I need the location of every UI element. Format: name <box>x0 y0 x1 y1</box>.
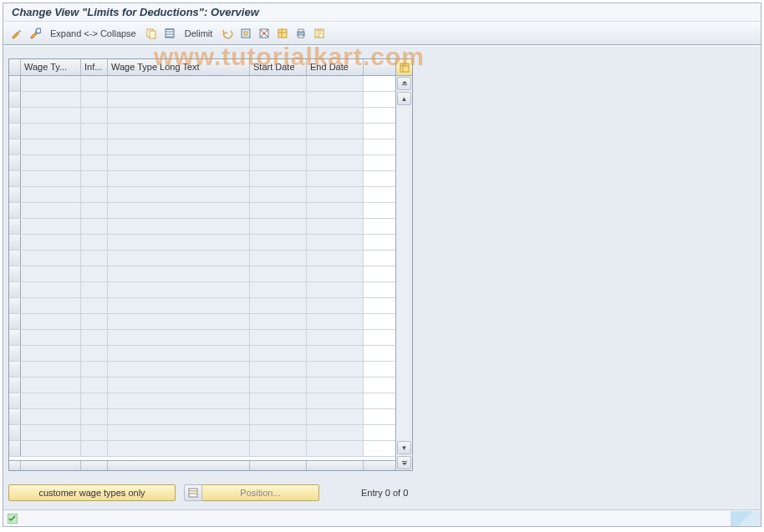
cell-start_date[interactable] <box>250 76 307 91</box>
scroll-down-icon[interactable]: ▼ <box>397 441 411 454</box>
cell-long_text[interactable] <box>108 187 250 202</box>
cell-end_date[interactable] <box>307 393 364 408</box>
cell-end_date[interactable] <box>307 219 364 234</box>
row-selector[interactable] <box>9 425 21 440</box>
cell-start_date[interactable] <box>250 425 307 440</box>
row-selector[interactable] <box>9 346 21 361</box>
expand-collapse-button[interactable]: Expand <-> Collapse <box>45 27 141 40</box>
table-row[interactable] <box>9 298 395 314</box>
cell-end_date[interactable] <box>307 377 364 393</box>
deselect-all-icon[interactable] <box>256 25 272 42</box>
cell-long_text[interactable] <box>108 124 250 139</box>
cell-inf[interactable] <box>81 377 108 393</box>
cell-long_text[interactable] <box>108 92 250 107</box>
row-selector[interactable] <box>9 187 21 202</box>
cell-wage_type[interactable] <box>21 282 81 297</box>
select-all2-icon[interactable] <box>237 25 254 42</box>
cell-wage_type[interactable] <box>21 346 81 361</box>
copy-icon[interactable] <box>143 25 160 42</box>
cell-inf[interactable] <box>81 108 108 123</box>
cell-start_date[interactable] <box>250 92 307 107</box>
table-row[interactable] <box>9 139 395 155</box>
col-wage-type[interactable]: Wage Ty... <box>21 59 81 75</box>
cell-wage_type[interactable] <box>21 171 81 186</box>
cell-inf[interactable] <box>81 155 108 170</box>
cell-long_text[interactable] <box>108 139 250 155</box>
cell-inf[interactable] <box>81 409 108 424</box>
undo-icon[interactable] <box>219 25 236 42</box>
row-selector[interactable] <box>9 203 21 218</box>
cell-start_date[interactable] <box>250 362 307 377</box>
row-selector[interactable] <box>9 171 21 186</box>
scroll-bottom-icon[interactable] <box>397 456 411 469</box>
scroll-track[interactable] <box>396 106 412 440</box>
cell-inf[interactable] <box>81 314 108 329</box>
cell-long_text[interactable] <box>108 377 250 393</box>
table-row[interactable] <box>9 425 395 441</box>
cell-wage_type[interactable] <box>21 219 81 234</box>
cell-inf[interactable] <box>81 139 108 155</box>
cell-long_text[interactable] <box>108 393 250 408</box>
position-icon-button[interactable] <box>184 484 202 501</box>
table-row[interactable] <box>9 266 395 282</box>
cell-end_date[interactable] <box>307 76 364 91</box>
cell-end_date[interactable] <box>307 330 364 345</box>
row-selector[interactable] <box>9 298 21 313</box>
cell-wage_type[interactable] <box>21 235 81 250</box>
table-config-button[interactable] <box>396 59 412 76</box>
cell-long_text[interactable] <box>108 298 250 313</box>
cell-wage_type[interactable] <box>21 377 81 393</box>
row-selector[interactable] <box>9 282 21 297</box>
cell-long_text[interactable] <box>108 346 250 361</box>
table-row[interactable] <box>9 314 395 330</box>
cell-end_date[interactable] <box>307 298 364 313</box>
table-row[interactable] <box>9 108 395 124</box>
cell-long_text[interactable] <box>108 235 250 250</box>
cell-end_date[interactable] <box>307 108 364 123</box>
cell-end_date[interactable] <box>307 92 364 107</box>
select-all-icon[interactable] <box>161 25 178 42</box>
delimit-button[interactable]: Delimit <box>180 27 218 40</box>
cell-wage_type[interactable] <box>21 425 81 440</box>
scroll-top-icon[interactable] <box>397 77 411 90</box>
cell-long_text[interactable] <box>108 409 250 424</box>
cell-long_text[interactable] <box>108 76 250 91</box>
cell-wage_type[interactable] <box>21 203 81 218</box>
cell-long_text[interactable] <box>108 251 250 266</box>
col-long-text[interactable]: Wage Type Long Text <box>108 59 250 75</box>
cell-long_text[interactable] <box>108 219 250 234</box>
other-view-icon[interactable] <box>27 25 43 42</box>
cell-start_date[interactable] <box>250 235 307 250</box>
cell-wage_type[interactable] <box>21 266 81 281</box>
row-selector[interactable] <box>9 76 21 91</box>
cell-end_date[interactable] <box>307 124 364 139</box>
cell-start_date[interactable] <box>250 282 307 297</box>
row-selector[interactable] <box>9 441 21 456</box>
table-row[interactable] <box>9 235 395 251</box>
cell-wage_type[interactable] <box>21 92 81 107</box>
table-row[interactable] <box>9 171 395 187</box>
cell-inf[interactable] <box>81 235 108 250</box>
cell-end_date[interactable] <box>307 409 364 424</box>
table-row[interactable] <box>9 393 395 409</box>
table-row[interactable] <box>9 441 395 457</box>
cell-long_text[interactable] <box>108 441 250 456</box>
cell-end_date[interactable] <box>307 251 364 266</box>
table-row[interactable] <box>9 362 395 377</box>
table-row[interactable] <box>9 346 395 362</box>
cell-end_date[interactable] <box>307 362 364 377</box>
cell-long_text[interactable] <box>108 282 250 297</box>
row-selector[interactable] <box>9 314 21 329</box>
cell-long_text[interactable] <box>108 330 250 345</box>
table-row[interactable] <box>9 203 395 219</box>
cell-inf[interactable] <box>81 425 108 440</box>
cell-inf[interactable] <box>81 251 108 266</box>
change-icon[interactable] <box>8 25 25 42</box>
col-start-date[interactable]: Start Date <box>250 59 307 75</box>
cell-start_date[interactable] <box>250 155 307 170</box>
cell-start_date[interactable] <box>250 409 307 424</box>
cell-wage_type[interactable] <box>21 298 81 313</box>
cell-long_text[interactable] <box>108 155 250 170</box>
row-selector[interactable] <box>9 139 21 155</box>
cell-wage_type[interactable] <box>21 251 81 266</box>
